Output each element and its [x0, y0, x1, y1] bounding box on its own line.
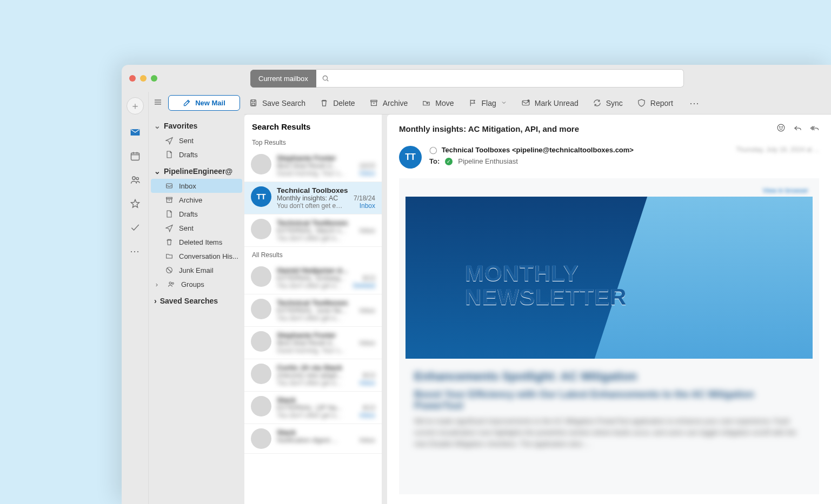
archive-button[interactable]: Archive [369, 98, 408, 107]
sync-button[interactable]: Sync [593, 98, 623, 107]
sidebar-item-favorite-sent[interactable]: Sent [149, 133, 244, 147]
toolbar-overflow-button[interactable]: ⋯ [689, 97, 699, 109]
toolbar-label: Flag [482, 99, 496, 107]
compose-circle-button[interactable]: ＋ [127, 97, 144, 115]
list-item[interactable]: Technical ToolboxesEXTERNAL: June Ne...I… [244, 294, 382, 327]
list-item[interactable]: SlackNotification digest ...Inbox [244, 424, 382, 454]
sidebar-item-label: Sent [179, 137, 194, 145]
archive-icon [369, 98, 378, 107]
sidebar-item-archive[interactable]: Archive [149, 193, 244, 207]
rail-more-icon[interactable]: ⋯ [130, 245, 141, 257]
snippet-preview: You don't often get e… [277, 202, 342, 210]
sidebar-item-inbox[interactable]: Inbox [151, 179, 242, 193]
reply-icon[interactable] [793, 123, 802, 134]
mail-body: View in browser MONTHLY NEWSLETTER Enhan… [399, 178, 819, 494]
article-heading: Enhancements Spotlight: AC Mitigation [414, 369, 804, 384]
hero-line1: MONTHLY [465, 261, 627, 285]
chevron-right-icon: › [154, 280, 159, 288]
list-item[interactable]: Stephanie FosterBest Deal Reset d...Inbo… [244, 327, 382, 359]
list-item[interactable]: Stephanie Foster Best Deal Reset d...10/… [244, 150, 382, 182]
new-mail-button[interactable]: New Mail [168, 95, 240, 111]
top-results-heading: Top Results [244, 135, 382, 150]
favorites-star-rail-icon[interactable] [129, 198, 141, 210]
newsletter-hero: MONTHLY NEWSLETTER [405, 197, 813, 359]
folder-icon [165, 252, 174, 260]
sender-name: Technical Toolboxes [277, 186, 375, 194]
avatar [251, 396, 271, 416]
subject-preview: Monthly insights: AC [277, 194, 338, 202]
status-ring-icon: ◯ [429, 146, 437, 154]
tasks-check-rail-icon[interactable] [129, 221, 141, 233]
delete-button[interactable]: Delete [320, 98, 355, 107]
search-scope-pill[interactable]: Current mailbox [250, 70, 316, 88]
react-smiley-icon[interactable] [776, 123, 786, 134]
svg-rect-2 [131, 153, 139, 160]
sidebar-item-favorite-drafts[interactable]: Drafts [149, 147, 244, 162]
window-zoom-button[interactable] [151, 75, 157, 82]
saved-searches-label: Saved Searches [160, 297, 218, 305]
inbox-icon [165, 182, 174, 190]
sidebar-item-label: Drafts [179, 151, 198, 159]
reply-all-icon[interactable] [810, 123, 819, 134]
junk-icon [165, 266, 174, 274]
reading-pane: Monthly insights: AC Mitigation, API, an… [387, 115, 831, 504]
search-field[interactable] [329, 75, 678, 83]
mail-rail-icon[interactable] [129, 126, 141, 138]
to-name: Pipeline Enthusiast [458, 157, 518, 165]
article-paragraph: We've made significant improvements to t… [414, 416, 804, 449]
sidebar-item-groups[interactable]: › Groups [149, 277, 244, 291]
save-search-button[interactable]: Save Search [249, 98, 305, 107]
account-section-header[interactable]: ⌄ PipelineEngineer@ [149, 162, 244, 179]
save-icon [249, 98, 258, 107]
shield-icon [637, 98, 646, 107]
favorites-section-header[interactable]: ⌄ Favorites [149, 116, 244, 133]
report-button[interactable]: Report [637, 98, 673, 107]
sidebar-item-label: Inbox [179, 182, 196, 190]
archive-box-icon [165, 196, 174, 204]
avatar [251, 428, 271, 449]
mail-unread-icon [521, 98, 530, 107]
sidebar-item-junk[interactable]: Junk Email [149, 263, 244, 277]
avatar [251, 219, 271, 239]
list-item[interactable]: SlackEXTERNAL: [JP Na...8/13You don't of… [244, 392, 382, 424]
list-item-selected[interactable]: TT Technical Toolboxes Monthly insights:… [244, 182, 382, 214]
window-close-button[interactable] [129, 75, 136, 82]
sidebar-item-label: Junk Email [179, 266, 214, 274]
list-item[interactable]: Hamid Hedjazian d...EXTERNAL: Embarg...8… [244, 262, 382, 294]
hamburger-icon[interactable] [153, 97, 163, 109]
account-label: PipelineEngineer@ [164, 167, 232, 176]
chevron-down-icon [501, 99, 507, 107]
chevron-down-icon: ⌄ [154, 167, 161, 176]
sidebar-item-label: Drafts [179, 210, 198, 218]
to-label: To: [429, 157, 440, 165]
sidebar-item-label: Deleted Items [179, 238, 222, 246]
list-item[interactable]: Curtis JA via Slack(mecore) new adapt...… [244, 359, 382, 392]
sidebar-item-drafts[interactable]: Drafts [149, 207, 244, 221]
sidebar-item-sent[interactable]: Sent [149, 221, 244, 235]
calendar-rail-icon[interactable] [129, 150, 141, 162]
svg-rect-23 [371, 102, 376, 105]
reader-date: Thursday, July 18, 2024 at ... [736, 146, 819, 153]
move-icon [422, 98, 431, 107]
list-title: Search Results [244, 115, 382, 135]
svg-point-26 [527, 99, 529, 102]
sidebar-item-deleted[interactable]: Deleted Items [149, 235, 244, 249]
sidebar-item-conversation-history[interactable]: Conversation His... [149, 249, 244, 263]
people-rail-icon[interactable] [129, 174, 141, 186]
flag-button[interactable]: Flag [468, 98, 507, 107]
search-input[interactable] [316, 69, 684, 88]
nav-rail: ＋ ⋯ [122, 92, 149, 504]
list-item[interactable]: Technical Toolboxes EXTERNAL: March n...… [244, 214, 382, 247]
draft-icon [165, 210, 174, 218]
view-in-browser-link[interactable]: View in browser [405, 185, 813, 197]
toolbar-label: Mark Unread [535, 99, 579, 107]
hero-line2: NEWSLETTER [465, 285, 627, 309]
avatar [251, 266, 271, 287]
traffic-lights [129, 75, 157, 82]
mark-unread-button[interactable]: Mark Unread [521, 98, 579, 107]
move-button[interactable]: Move [422, 98, 454, 107]
window-minimize-button[interactable] [140, 75, 147, 82]
svg-point-28 [780, 126, 780, 127]
saved-searches-header[interactable]: › Saved Searches [149, 291, 244, 308]
draft-icon [165, 150, 174, 159]
